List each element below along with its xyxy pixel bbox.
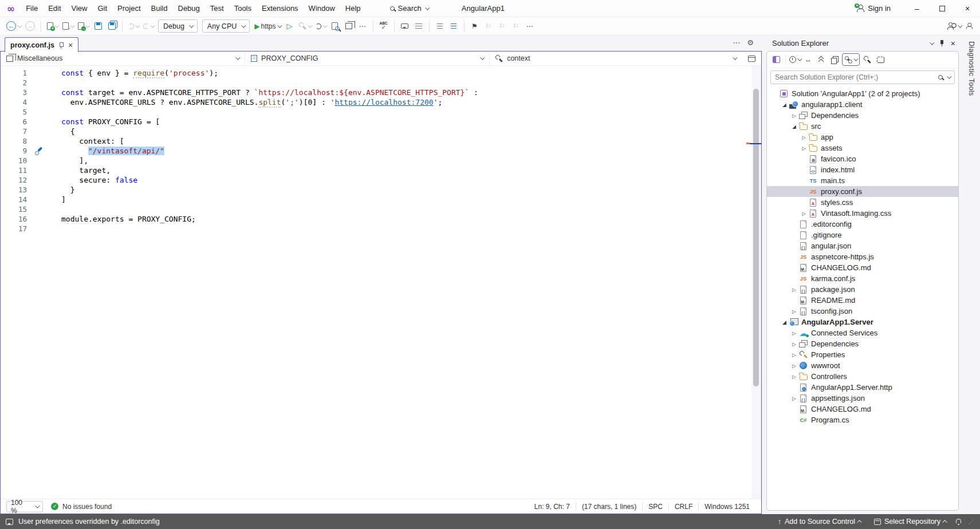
code-line-9[interactable]: 9 "/vintasoft/api/" — [1, 146, 751, 156]
live-preview-button[interactable] — [343, 19, 355, 33]
menu-tools[interactable]: Tools — [229, 2, 257, 15]
panel-pin-icon[interactable] — [939, 40, 945, 46]
close-button[interactable]: × — [955, 0, 980, 17]
document-outline-toggle-icon[interactable] — [748, 56, 755, 62]
tree-item-aspnetcore-https-js[interactable]: JSaspnetcore-https.js — [767, 251, 958, 262]
collapsed-chevron-icon[interactable]: ▷ — [790, 374, 798, 380]
collapsed-chevron-icon[interactable]: ▷ — [790, 287, 798, 293]
find-in-files-button[interactable] — [329, 19, 341, 33]
start-debugging-button[interactable]: ▶https — [253, 19, 282, 33]
toggle-comment-button[interactable] — [399, 19, 411, 33]
notifications-bell-icon[interactable] — [956, 519, 961, 523]
menu-git[interactable]: Git — [92, 2, 112, 15]
decrease-indent-button[interactable] — [434, 19, 446, 33]
add-to-source-control-button[interactable]: ↑ Add to Source Control — [774, 518, 865, 526]
select-repository-button[interactable]: Select Repository — [871, 518, 951, 526]
tree-item-styles-css[interactable]: Astyles.css — [767, 197, 958, 208]
tree-item-properties[interactable]: ▷Properties — [767, 349, 958, 360]
code-line-13[interactable]: 13 } — [1, 185, 751, 195]
code-line-12[interactable]: 12 secure: false — [1, 175, 751, 185]
tree-item-proxy-conf-js[interactable]: JSproxy.conf.js — [767, 186, 958, 197]
collapsed-chevron-icon[interactable]: ▷ — [800, 135, 808, 140]
menu-test[interactable]: Test — [205, 2, 229, 15]
new-file-button[interactable]: + — [45, 19, 60, 33]
increase-indent-button[interactable] — [447, 19, 460, 33]
menu-help[interactable]: Help — [340, 2, 366, 15]
next-bookmark-button[interactable]: ⚐ — [496, 19, 509, 33]
collapse-all-button[interactable] — [816, 53, 827, 66]
tree-item-dependencies[interactable]: ▷Dependencies — [767, 110, 958, 121]
code-line-15[interactable]: 15 — [1, 204, 751, 214]
tree-item-src[interactable]: ◢src — [767, 121, 958, 132]
navigate-back-button[interactable]: ← — [5, 19, 22, 33]
format-document-button[interactable] — [412, 19, 425, 33]
menu-view[interactable]: View — [66, 2, 93, 15]
issues-indicator[interactable]: ✓ No issues found — [51, 503, 112, 511]
tree-item-wwwroot[interactable]: ▷wwwroot — [767, 360, 958, 371]
switch-views-button[interactable] — [770, 53, 782, 66]
close-tab-icon[interactable]: × — [68, 41, 73, 50]
expanded-chevron-icon[interactable]: ◢ — [780, 102, 789, 108]
sign-in-button[interactable]: + Sign in — [856, 4, 891, 13]
code-line-6[interactable]: 6const PROXY_CONFIG = [ — [1, 117, 751, 127]
search-control[interactable]: Search — [385, 3, 433, 14]
quick-actions-screwdriver-icon[interactable] — [35, 147, 43, 155]
whitespace-mode[interactable]: SPC — [642, 503, 668, 511]
add-item-button[interactable]: → — [76, 19, 90, 33]
debug-configuration-dropdown[interactable]: Debug — [158, 19, 198, 33]
collapsed-chevron-icon[interactable]: ▷ — [800, 211, 808, 216]
spell-check-button[interactable]: ABC✓ — [377, 19, 390, 33]
tree-item-vintasoft-imaging-css[interactable]: ▷AVintasoft.Imaging.css — [767, 208, 958, 219]
save-button[interactable] — [92, 19, 104, 33]
tree-item-favicon-ico[interactable]: ▦favicon.ico — [767, 153, 958, 164]
collapsed-chevron-icon[interactable]: ▷ — [790, 363, 798, 369]
code-line-8[interactable]: 8 context: [ — [1, 136, 751, 146]
encoding-mode[interactable]: Windows 1251 — [698, 503, 755, 511]
member-dropdown[interactable]: context — [490, 52, 742, 65]
tab-list-overflow-button[interactable]: ⋯ — [733, 38, 740, 47]
code-line-10[interactable]: 10 ], — [1, 156, 751, 165]
line-ending-mode[interactable]: CRLF — [668, 503, 698, 511]
collapsed-chevron-icon[interactable]: ▷ — [790, 396, 798, 401]
code-line-3[interactable]: 3const target = env.ASPNETCORE_HTTPS_POR… — [1, 88, 751, 97]
collapsed-chevron-icon[interactable]: ▷ — [790, 113, 798, 119]
preview-selected-items-button[interactable] — [875, 53, 886, 66]
panel-menu-chevron-icon[interactable] — [930, 40, 934, 45]
tree-item-karma-conf-js[interactable]: JSkarma.conf.js — [767, 273, 958, 284]
tree-item-changelog-md[interactable]: M↓CHANGELOG.md — [767, 404, 958, 414]
menu-edit[interactable]: Edit — [43, 2, 66, 15]
collapsed-chevron-icon[interactable]: ▷ — [800, 145, 808, 151]
collapsed-chevron-icon[interactable]: ▷ — [790, 330, 798, 336]
tree-item-angularapp1-server-http[interactable]: AngularApp1.Server.http — [767, 382, 958, 393]
tree-item-connected-services[interactable]: ▷☁Connected Services — [767, 327, 958, 338]
menu-file[interactable]: File — [21, 2, 43, 15]
code-line-4[interactable]: 4 env.ASPNETCORE_URLS ? env.ASPNETCORE_U… — [1, 97, 751, 107]
sync-namespaces-button[interactable]: ↔ — [802, 53, 814, 66]
menu-extensions[interactable]: Extensions — [257, 2, 304, 15]
tree-item-main-ts[interactable]: TSmain.ts — [767, 175, 958, 186]
previous-bookmark-button[interactable]: ⚐ — [482, 19, 495, 33]
solution-explorer-search-input[interactable] — [775, 73, 934, 81]
code-line-5[interactable]: 5 — [1, 107, 751, 117]
pin-tab-icon[interactable] — [58, 42, 64, 49]
code-line-17[interactable]: 17 — [1, 224, 751, 234]
expanded-chevron-icon[interactable]: ◢ — [790, 124, 798, 129]
bookmarks-overflow-button[interactable]: ⋯ — [524, 19, 536, 33]
code-line-11[interactable]: 11 target, — [1, 165, 751, 175]
minimize-button[interactable]: – — [904, 0, 930, 17]
tree-item-tsconfig-json[interactable]: ▷{ }tsconfig.json — [767, 306, 958, 317]
tree-item-editorconfig[interactable]: .editorconfig — [767, 219, 958, 230]
collapsed-chevron-icon[interactable]: ▷ — [790, 352, 798, 358]
tree-item-gitignore[interactable]: .gitignore — [767, 230, 958, 240]
open-file-button[interactable]: ↑ — [61, 19, 75, 33]
tree-item-angular-json[interactable]: { }angular.json — [767, 240, 958, 251]
menu-build[interactable]: Build — [146, 2, 173, 15]
tree-item-index-html[interactable]: <>index.html — [767, 164, 958, 175]
attach-to-process-button[interactable] — [297, 19, 313, 33]
menu-project[interactable]: Project — [112, 2, 145, 15]
collapsed-chevron-icon[interactable]: ▷ — [790, 341, 798, 347]
tab-proxy-conf-js[interactable]: proxy.conf.js × — [5, 37, 78, 52]
code-line-2[interactable]: 2 — [1, 78, 751, 88]
pending-changes-filter-button[interactable] — [789, 53, 801, 66]
code-line-1[interactable]: 1const { env } = require('process'); — [1, 68, 751, 78]
